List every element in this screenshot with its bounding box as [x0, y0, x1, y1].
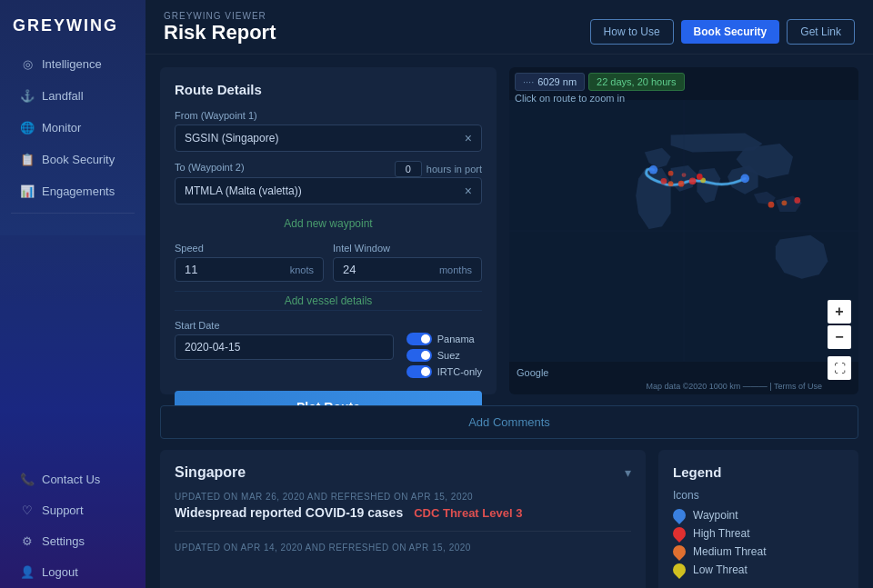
- svg-point-11: [782, 200, 788, 205]
- speed-input[interactable]: [185, 263, 230, 276]
- get-link-button[interactable]: Get Link: [787, 19, 855, 45]
- sidebar-item-landfall[interactable]: ⚓ Landfall: [5, 81, 140, 111]
- low-threat-icon: [670, 561, 688, 579]
- google-logo: Google: [517, 367, 548, 378]
- sidebar-item-book-security[interactable]: 📋 Book Security: [5, 145, 140, 174]
- app-logo: GREYWING: [0, 0, 146, 48]
- chevron-down-icon: ▾: [625, 465, 631, 480]
- bottom-row: Singapore ▾ UPDATED ON MAR 26, 2020 AND …: [160, 450, 858, 588]
- main-content: GREYWING VIEWER Risk Report How to Use B…: [146, 0, 873, 588]
- sidebar-item-label: Logout: [42, 565, 78, 579]
- distance-dots: ····: [523, 76, 534, 87]
- legend-low-threat-label: Low Threat: [693, 563, 748, 576]
- sidebar-bottom: 📞 Contact Us ♡ Support ⚙ Settings 👤 Logo…: [0, 463, 146, 588]
- sidebar-item-logout[interactable]: 👤 Logout: [5, 557, 140, 587]
- intel-input[interactable]: [343, 263, 388, 276]
- start-date-block: Start Date: [175, 320, 394, 360]
- zoom-in-button[interactable]: +: [828, 300, 851, 324]
- intelligence-icon: ◎: [20, 57, 35, 71]
- sidebar-item-intelligence[interactable]: ◎ Intelligence: [5, 49, 140, 79]
- map-terms: Map data ©2020 1000 km ——— | Terms of Us…: [647, 382, 822, 391]
- legend-high-threat-label: High Threat: [693, 527, 749, 540]
- sidebar-item-support[interactable]: ♡ Support: [5, 495, 140, 525]
- panama-toggle-row: Panama: [406, 333, 482, 345]
- to-field-header: To (Waypoint 2) hours in port: [175, 161, 482, 177]
- from-input[interactable]: [185, 132, 465, 145]
- intel-input-row: months: [333, 257, 482, 282]
- speed-intel-row: Speed knots Intel Window months: [175, 243, 482, 282]
- route-panel-title: Route Details: [175, 82, 482, 97]
- map-expand-button[interactable]: ⛶: [828, 356, 851, 380]
- intel-headline-row: Widespread reported COVID-19 cases CDC T…: [175, 505, 631, 520]
- intel-meta-1: UPDATED ON MAR 26, 2020 AND REFRESHED ON…: [175, 492, 631, 502]
- sidebar-item-label: Landfall: [42, 89, 84, 103]
- book-security-button[interactable]: Book Security: [681, 20, 780, 44]
- intel-block: Intel Window months: [333, 243, 482, 282]
- duration-badge: 22 days, 20 hours: [588, 73, 684, 91]
- svg-point-3: [678, 181, 685, 187]
- sidebar-item-contact-us[interactable]: 📞 Contact Us: [5, 464, 140, 494]
- sidebar-item-label: Settings: [42, 534, 85, 548]
- to-input[interactable]: [185, 184, 465, 197]
- legend-item-low-threat: Low Threat: [673, 563, 844, 576]
- intel-divider: [175, 531, 631, 532]
- svg-point-9: [649, 165, 658, 174]
- legend-icons-label: Icons: [673, 489, 844, 502]
- to-label: To (Waypoint 2): [175, 162, 245, 173]
- map-panel[interactable]: ···· 6029 nm 22 days, 20 hours Click on …: [509, 67, 858, 394]
- irtc-toggle[interactable]: [406, 365, 432, 378]
- suez-label: Suez: [437, 350, 460, 361]
- duration-value: 22 days, 20 hours: [597, 76, 676, 87]
- sidebar-item-label: Intelligence: [42, 57, 102, 71]
- svg-point-12: [794, 197, 800, 204]
- heart-icon: ♡: [20, 503, 35, 517]
- svg-point-5: [661, 178, 667, 184]
- speed-input-row: knots: [175, 257, 324, 282]
- top-row: Route Details From (Waypoint 1) × To (Wa…: [160, 67, 858, 394]
- zoom-out-button[interactable]: −: [828, 325, 851, 349]
- svg-point-2: [689, 177, 697, 184]
- sidebar-divider: [11, 213, 135, 214]
- intel-item-1: UPDATED ON MAR 26, 2020 AND REFRESHED ON…: [175, 492, 631, 520]
- high-threat-icon: [670, 524, 688, 543]
- sidebar-nav: ◎ Intelligence ⚓ Landfall 🌐 Monitor 📋 Bo…: [0, 48, 146, 588]
- route-details-panel: Route Details From (Waypoint 1) × To (Wa…: [160, 67, 497, 394]
- intel-unit: months: [439, 264, 472, 275]
- hours-in-port-label: hours in port: [426, 164, 482, 174]
- how-to-use-button[interactable]: How to Use: [590, 19, 674, 45]
- legend-item-waypoint: Waypoint: [673, 509, 844, 522]
- irtc-toggle-row: IRTC-only: [406, 365, 482, 378]
- add-vessel-button[interactable]: Add vessel details: [175, 291, 482, 311]
- suez-toggle[interactable]: [406, 349, 432, 362]
- sidebar: GREYWING ◎ Intelligence ⚓ Landfall 🌐 Mon…: [0, 0, 146, 588]
- add-waypoint-button[interactable]: Add new waypoint: [175, 214, 482, 234]
- svg-point-14: [697, 174, 703, 180]
- sidebar-item-label: Engagements: [42, 184, 115, 198]
- map-overlay-top: ···· 6029 nm 22 days, 20 hours: [515, 73, 685, 91]
- chart-icon: 📊: [20, 184, 35, 198]
- legend-title: Legend: [673, 464, 844, 480]
- intel-title: Singapore: [175, 464, 246, 481]
- sidebar-item-settings[interactable]: ⚙ Settings: [5, 526, 140, 556]
- page-header: GREYWING VIEWER Risk Report How to Use B…: [146, 0, 873, 55]
- to-clear-icon[interactable]: ×: [465, 184, 472, 198]
- start-date-input-row: [175, 334, 394, 360]
- hours-in-port-input[interactable]: [395, 161, 422, 177]
- sidebar-item-label: Support: [42, 503, 84, 517]
- from-field-group: From (Waypoint 1) ×: [175, 110, 482, 152]
- header-left: GREYWING VIEWER Risk Report: [164, 11, 276, 45]
- start-date-input[interactable]: [185, 341, 384, 354]
- suez-toggle-row: Suez: [406, 349, 482, 362]
- sidebar-item-engagements[interactable]: 📊 Engagements: [5, 176, 140, 206]
- header-right: How to Use Book Security Get Link: [590, 19, 855, 45]
- svg-point-8: [740, 174, 749, 184]
- start-date-label: Start Date: [175, 320, 394, 331]
- from-clear-icon[interactable]: ×: [465, 131, 472, 145]
- svg-point-10: [768, 202, 775, 208]
- intel-item-2: UPDATED ON APR 14, 2020 AND REFRESHED ON…: [175, 543, 631, 553]
- from-input-row: ×: [175, 125, 482, 152]
- add-comments-bar[interactable]: Add Comments: [160, 405, 858, 439]
- sidebar-item-monitor[interactable]: 🌐 Monitor: [5, 113, 140, 143]
- map-svg: [509, 67, 858, 394]
- panama-toggle[interactable]: [406, 333, 432, 345]
